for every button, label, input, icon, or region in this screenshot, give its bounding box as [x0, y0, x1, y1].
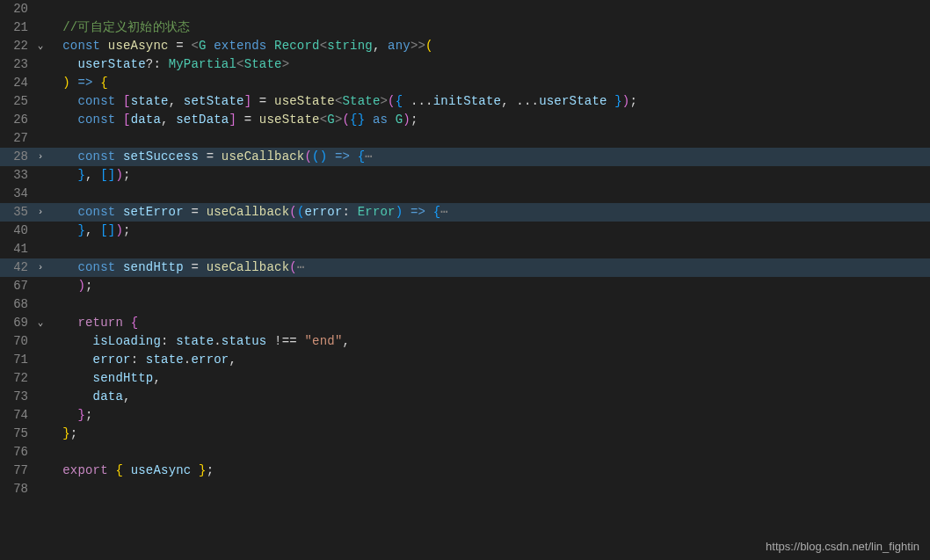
code-line[interactable]: 24 ) => {	[0, 74, 930, 92]
code-line[interactable]: 40 }, []);	[0, 222, 930, 240]
line-number: 22	[0, 37, 33, 55]
line-number: 23	[0, 55, 33, 74]
code-content[interactable]: const [state, setState] = useState<State…	[47, 92, 930, 111]
line-number: 67	[0, 277, 33, 295]
line-number: 71	[0, 351, 33, 369]
code-line[interactable]: 72 sendHttp,	[0, 369, 930, 388]
code-line[interactable]: 78	[0, 480, 930, 498]
code-line[interactable]: 25 const [state, setState] = useState<St…	[0, 92, 930, 111]
code-line[interactable]: 76	[0, 443, 930, 462]
code-line[interactable]: 68	[0, 295, 930, 314]
watermark-text: https://blog.csdn.net/lin_fightin	[766, 540, 919, 553]
line-number: 42	[0, 258, 33, 277]
fold-collapsed-icon[interactable]: ›	[33, 148, 47, 166]
line-number: 21	[0, 18, 33, 37]
line-number: 35	[0, 203, 33, 222]
code-line[interactable]: 73 data,	[0, 388, 930, 406]
code-content[interactable]: ) => {	[47, 74, 930, 92]
line-number: 72	[0, 369, 33, 388]
code-content[interactable]: return {	[47, 314, 930, 332]
fold-expanded-icon[interactable]: ⌄	[33, 37, 47, 55]
fold-expanded-icon[interactable]: ⌄	[33, 314, 47, 332]
code-line[interactable]: 67 );	[0, 277, 930, 295]
line-number: 20	[0, 0, 33, 18]
code-content[interactable]: const sendHttp = useCallback(⋯	[47, 258, 930, 277]
code-content[interactable]: }, []);	[47, 222, 930, 240]
line-number: 68	[0, 295, 33, 314]
code-content[interactable]: }, []);	[47, 166, 930, 185]
line-number: 73	[0, 388, 33, 406]
line-number: 28	[0, 148, 33, 166]
code-line[interactable]: 77 export { useAsync };	[0, 462, 930, 480]
code-content[interactable]: data,	[47, 388, 930, 406]
line-number: 34	[0, 185, 33, 203]
code-line[interactable]: 28› const setSuccess = useCallback(() =>…	[0, 148, 930, 166]
code-content[interactable]: const [data, setData] = useState<G>({} a…	[47, 111, 930, 129]
code-line[interactable]: 33 }, []);	[0, 166, 930, 185]
code-line[interactable]: 34	[0, 185, 930, 203]
code-content[interactable]: export { useAsync };	[47, 462, 930, 480]
code-line[interactable]: 42› const sendHttp = useCallback(⋯	[0, 258, 930, 277]
code-editor[interactable]: 2021 //可自定义初始的状态22⌄ const useAsync = <G …	[0, 0, 930, 560]
line-number: 33	[0, 166, 33, 185]
line-number: 74	[0, 406, 33, 425]
code-content[interactable]: };	[47, 425, 930, 443]
line-number: 27	[0, 129, 33, 148]
code-line[interactable]: 26 const [data, setData] = useState<G>({…	[0, 111, 930, 129]
fold-collapsed-icon[interactable]: ›	[33, 203, 47, 222]
line-number: 69	[0, 314, 33, 332]
fold-collapsed-icon[interactable]: ›	[33, 258, 47, 277]
line-number: 41	[0, 240, 33, 258]
code-line[interactable]: 71 error: state.error,	[0, 351, 930, 369]
code-content[interactable]: const useAsync = <G extends Record<strin…	[47, 37, 930, 55]
code-content[interactable]: userState?: MyPartial<State>	[47, 55, 930, 74]
line-number: 24	[0, 74, 33, 92]
code-content[interactable]: isLoading: state.status !== "end",	[47, 332, 930, 351]
code-line[interactable]: 41	[0, 240, 930, 258]
code-line[interactable]: 75 };	[0, 425, 930, 443]
code-line[interactable]: 21 //可自定义初始的状态	[0, 18, 930, 37]
line-number: 26	[0, 111, 33, 129]
code-content[interactable]: const setError = useCallback((error: Err…	[47, 203, 930, 222]
code-content[interactable]: sendHttp,	[47, 369, 930, 388]
line-number: 25	[0, 92, 33, 111]
code-line[interactable]: 69⌄ return {	[0, 314, 930, 332]
code-line[interactable]: 27	[0, 129, 930, 148]
code-content[interactable]: error: state.error,	[47, 351, 930, 369]
code-line[interactable]: 74 };	[0, 406, 930, 425]
line-number: 77	[0, 462, 33, 480]
code-content[interactable]: //可自定义初始的状态	[47, 18, 930, 37]
code-line[interactable]: 23 userState?: MyPartial<State>	[0, 55, 930, 74]
line-number: 78	[0, 480, 33, 498]
line-number: 70	[0, 332, 33, 351]
code-line[interactable]: 35› const setError = useCallback((error:…	[0, 203, 930, 222]
code-line[interactable]: 20	[0, 0, 930, 18]
code-content[interactable]: };	[47, 406, 930, 425]
code-line[interactable]: 22⌄ const useAsync = <G extends Record<s…	[0, 37, 930, 55]
code-content[interactable]: );	[47, 277, 930, 295]
line-number: 76	[0, 443, 33, 462]
code-content[interactable]: const setSuccess = useCallback(() => {⋯	[47, 148, 930, 166]
code-line[interactable]: 70 isLoading: state.status !== "end",	[0, 332, 930, 351]
line-number: 75	[0, 425, 33, 443]
line-number: 40	[0, 222, 33, 240]
